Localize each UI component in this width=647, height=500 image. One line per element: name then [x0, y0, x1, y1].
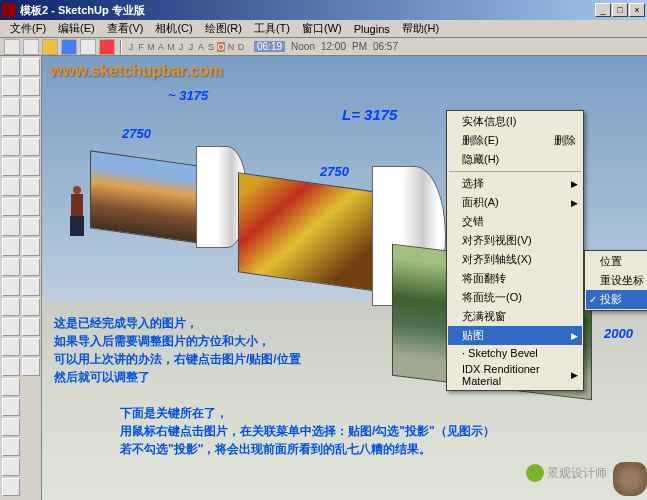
tool-select-icon[interactable] — [2, 58, 20, 76]
tool-pan-icon[interactable] — [2, 458, 20, 476]
tool-print-icon[interactable] — [80, 39, 96, 55]
tool-text-icon[interactable] — [2, 378, 20, 396]
tool-move-icon[interactable] — [2, 238, 20, 256]
ctx-对齐到视图(V)[interactable]: 对齐到视图(V) — [448, 231, 582, 250]
tool-shadows-icon[interactable] — [22, 278, 40, 296]
menu-相机(C)[interactable]: 相机(C) — [149, 19, 198, 38]
month-7[interactable]: A — [197, 42, 205, 52]
ctx-· Sketchy Bevel[interactable]: · Sketchy Bevel — [448, 345, 582, 361]
tool-walk-icon[interactable] — [22, 78, 40, 96]
ctx-选择[interactable]: 选择▶ — [448, 174, 582, 193]
tool-rotate-icon[interactable] — [2, 258, 20, 276]
app-icon — [2, 3, 16, 17]
time-b: 12:00 — [321, 41, 346, 52]
tool-layers-icon[interactable] — [22, 198, 40, 216]
tool-zoom-icon[interactable] — [2, 478, 20, 496]
tool-eraser-icon[interactable] — [2, 78, 20, 96]
month-9[interactable]: O — [217, 42, 225, 52]
tool-save-icon[interactable] — [23, 39, 39, 55]
menu-帮助(H)[interactable]: 帮助(H) — [396, 19, 445, 38]
month-1[interactable]: F — [137, 42, 145, 52]
tool-look-icon[interactable] — [22, 98, 40, 116]
menu-工具(T)[interactable]: 工具(T) — [248, 19, 296, 38]
tool-materials-icon[interactable] — [22, 238, 40, 256]
minimize-button[interactable]: _ — [595, 3, 611, 17]
month-11[interactable]: D — [237, 42, 245, 52]
ctx-位置[interactable]: 位置 — [586, 252, 647, 271]
tool-model-icon[interactable] — [99, 39, 115, 55]
tool-scale-icon[interactable] — [2, 278, 20, 296]
context-menu[interactable]: 实体信息(I)删除(E)删除隐藏(H)选择▶面积(A)▶交错对齐到视图(V)对齐… — [446, 110, 584, 391]
tool-animation-icon[interactable] — [22, 338, 40, 356]
ctx-投影[interactable]: ✓投影 — [586, 290, 647, 309]
context-submenu[interactable]: 位置重设坐标✓投影 — [584, 250, 647, 311]
ctx-贴图[interactable]: 贴图▶ — [448, 326, 582, 345]
menubar[interactable]: 文件(F)编辑(E)查看(V)相机(C)绘图(R)工具(T)窗口(W)Plugi… — [0, 20, 647, 38]
tool-outliner-icon[interactable] — [22, 218, 40, 236]
menu-编辑(E)[interactable]: 编辑(E) — [52, 19, 101, 38]
month-3[interactable]: A — [157, 42, 165, 52]
window-title: 模板2 - SketchUp 专业版 — [20, 3, 595, 18]
tool-dimension-icon[interactable] — [2, 358, 20, 376]
close-button[interactable]: × — [629, 3, 645, 17]
tool-styles-icon[interactable] — [22, 258, 40, 276]
month-2[interactable]: M — [147, 42, 155, 52]
ctx-将面翻转[interactable]: 将面翻转 — [448, 269, 582, 288]
dim-top-left: ~ 3175 — [168, 88, 208, 103]
ctx-实体信息(I)[interactable]: 实体信息(I) — [448, 112, 582, 131]
textured-panel-1[interactable] — [90, 158, 200, 236]
tool-redo-icon[interactable] — [61, 39, 77, 55]
tool-polygon-icon[interactable] — [2, 198, 20, 216]
ctx-交错[interactable]: 交错 — [448, 212, 582, 231]
tool-protractor-icon[interactable] — [2, 338, 20, 356]
month-0[interactable]: J — [127, 42, 135, 52]
tool-open-icon[interactable] — [4, 39, 20, 55]
menu-文件(F)[interactable]: 文件(F) — [4, 19, 52, 38]
tool-pushpull-icon[interactable] — [2, 218, 20, 236]
maximize-button[interactable]: □ — [612, 3, 628, 17]
month-10[interactable]: N — [227, 42, 235, 52]
month-8[interactable]: S — [207, 42, 215, 52]
tool-sandbox-icon[interactable] — [22, 358, 40, 376]
tool-freehand-icon[interactable] — [2, 138, 20, 156]
tool-scenes-icon[interactable] — [22, 318, 40, 336]
tool-orbit-icon[interactable] — [2, 438, 20, 456]
tool-tape-icon[interactable] — [2, 318, 20, 336]
ctx-隐藏(H)[interactable]: 隐藏(H) — [448, 150, 582, 169]
menu-Plugins[interactable]: Plugins — [348, 21, 396, 37]
tool-zoom-extents-icon[interactable] — [22, 58, 40, 76]
viewport[interactable]: www.sketchupbar.com ~ 3175 L= 3175 2750 … — [42, 56, 647, 500]
tool-axes-icon[interactable] — [2, 398, 20, 416]
tool-component-icon[interactable] — [22, 158, 40, 176]
month-5[interactable]: J — [177, 42, 185, 52]
ctx-将面统一(O)[interactable]: 将面统一(O) — [448, 288, 582, 307]
menu-查看(V)[interactable]: 查看(V) — [101, 19, 150, 38]
tool-arc-icon[interactable] — [2, 118, 20, 136]
month-strip[interactable]: JFMAMJJASOND — [127, 42, 245, 52]
ctx-充满视窗[interactable]: 充满视窗 — [448, 307, 582, 326]
textured-panel-2[interactable] — [238, 182, 378, 282]
tool-rect-icon[interactable] — [2, 158, 20, 176]
tool-position-icon[interactable] — [22, 118, 40, 136]
tool-group-icon[interactable] — [22, 178, 40, 196]
ctx-重设坐标[interactable]: 重设坐标 — [586, 271, 647, 290]
ctx-IDX Renditioner Material[interactable]: IDX Renditioner Material▶ — [448, 361, 582, 389]
tool-undo-icon[interactable] — [42, 39, 58, 55]
month-4[interactable]: M — [167, 42, 175, 52]
menu-绘图(R)[interactable]: 绘图(R) — [199, 19, 248, 38]
menu-窗口(W)[interactable]: 窗口(W) — [296, 19, 348, 38]
ctx-面积(A)[interactable]: 面积(A)▶ — [448, 193, 582, 212]
left-toolbar — [0, 56, 42, 500]
tool-fog-icon[interactable] — [22, 298, 40, 316]
time-c: PM — [352, 41, 367, 52]
tool-circle-icon[interactable] — [2, 178, 20, 196]
dim-w1: 2750 — [122, 126, 151, 141]
ctx-删除(E)[interactable]: 删除(E)删除 — [448, 131, 582, 150]
tool-line-icon[interactable] — [2, 98, 20, 116]
tool-section-icon[interactable] — [2, 418, 20, 436]
ctx-对齐到轴线(X)[interactable]: 对齐到轴线(X) — [448, 250, 582, 269]
month-6[interactable]: J — [187, 42, 195, 52]
tool-paint-icon[interactable] — [22, 138, 40, 156]
wechat-credit: 景观设计师 — [526, 464, 607, 482]
tool-offset-icon[interactable] — [2, 298, 20, 316]
